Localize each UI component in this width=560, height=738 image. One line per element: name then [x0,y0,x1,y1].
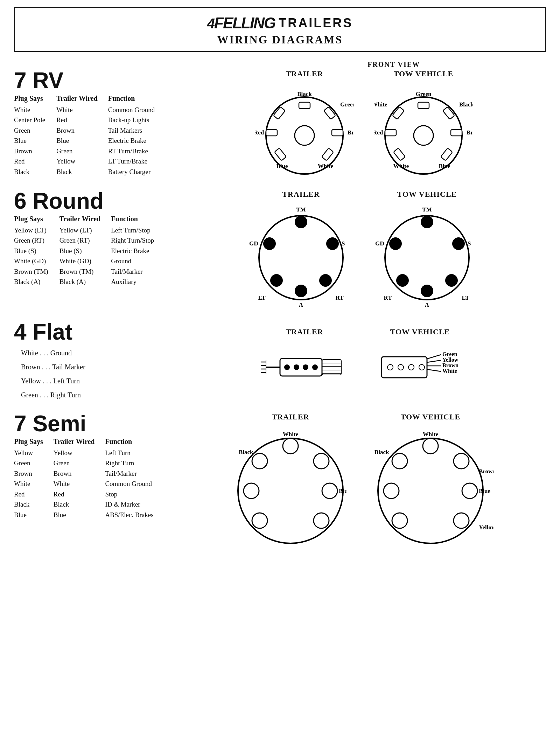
svg-point-1 [295,126,314,145]
rv7-table: Plug Says Trailer Wired Function WhiteWh… [14,93,166,177]
svg-text:Brown: Brown [479,468,493,475]
section-6round: 6 Round Plug Says Trailer Wired Function… [14,190,546,310]
rv7-tow-label: TOW VEHICLE [394,69,454,78]
rv7-col1-header: Plug Says [14,93,56,105]
table-row: BrownGreenRT Turn/Brake [14,146,166,156]
svg-point-106 [454,513,469,528]
rv7-trailer-svg: Black Green Brown White Blue Red [255,81,354,179]
svg-text:A: A [425,301,429,308]
round6-col1-header: Plug Says [14,214,59,225]
svg-rect-7 [266,130,277,136]
svg-point-91 [322,483,337,499]
svg-text:Brown: Brown [442,362,458,368]
svg-text:Blue: Blue [276,163,288,169]
felling-logo: 4FELLING [207,14,275,32]
table-row: BlueBlueElectric Brake [14,135,166,146]
svg-text:White: White [374,101,387,108]
flat4-left: 4 Flat White . . . Ground Brown . . . Ta… [14,321,182,402]
table-row: Yellow (LT)Yellow (LT)Left Turn/Stop [14,225,165,235]
svg-text:GD: GD [375,240,384,247]
svg-point-34 [326,237,339,250]
svg-text:Green: Green [442,351,457,357]
round6-trailer-svg: TM GD S LT RT A [248,202,354,310]
flat4-trailer-svg [259,339,350,395]
svg-point-37 [295,285,307,297]
svg-text:Red: Red [374,129,383,136]
semi7-trailer-svg: White Black Blue Black Yellow [234,424,346,557]
svg-text:Black: Black [374,449,389,455]
svg-text:Yellow: Yellow [479,524,493,531]
trailers-label: TRAILERS [279,16,353,30]
svg-point-74 [387,364,393,370]
table-row: RedRedStop [14,489,165,499]
flat4-item-yellow: Yellow . . . Left Turn [21,374,182,388]
svg-point-89 [314,453,329,469]
svg-text:TM: TM [296,206,306,213]
svg-rect-68 [322,360,341,375]
semi7-col3-header: Function [105,436,164,448]
svg-text:Blue: Blue [439,163,450,169]
table-row: Green (RT)Green (RT)Right Turn/Stop [14,235,165,245]
round6-left: 6 Round Plug Says Trailer Wired Function… [14,190,182,287]
semi7-title: 7 Semi [14,412,182,435]
round6-table: Plug Says Trailer Wired Function Yellow … [14,214,165,287]
svg-point-100 [423,438,438,454]
svg-text:Yellow: Yellow [442,357,458,363]
svg-point-105 [392,513,407,528]
table-row: YellowYellowLeft Turn [14,448,165,458]
svg-text:LT: LT [258,294,266,301]
svg-text:GD: GD [249,240,258,247]
round6-trailer-diagram: TRAILER TM GD S LT [248,190,354,310]
flat4-item-white: White . . . Ground [21,346,182,360]
svg-text:Black: Black [297,91,312,97]
section-7semi: 7 Semi Plug Says Trailer Wired Function … [14,412,546,557]
svg-point-92 [252,513,267,528]
table-row: BlackBlackID & Marker [14,499,165,509]
flat4-title: 4 Flat [14,321,182,343]
svg-rect-2 [299,102,310,109]
flat4-tow-svg: Green Yellow Brown White [371,339,469,395]
svg-point-32 [295,216,307,228]
svg-point-59 [294,364,299,370]
svg-text:Black: Black [459,101,472,108]
svg-point-16 [414,126,433,145]
semi7-tow-diagram: TOW VEHICLE White Black Green Blue Yello… [368,412,493,557]
table-row: BlackBlackBattery Charger [14,167,166,177]
round6-title: 6 Round [14,190,182,212]
svg-point-49 [445,274,458,287]
svg-line-79 [427,360,441,362]
svg-point-75 [398,364,404,370]
header: 4FELLING TRAILERS WIRING DIAGRAMS [14,7,546,52]
svg-text:Red: Red [255,129,264,136]
rv7-col3-header: Function [108,93,166,105]
svg-point-36 [319,274,332,287]
header-subtitle: WIRING DIAGRAMS [22,33,538,46]
round6-col2-header: Trailer Wired [59,214,111,225]
svg-text:LT: LT [462,294,469,301]
rv7-title: 7 RV [14,69,182,92]
round6-diagrams: TRAILER TM GD S LT [182,190,546,310]
svg-text:Blue: Blue [339,488,346,494]
semi7-tow-svg: White Black Green Blue Yellow Brown Blac… [368,424,493,557]
rv7-col2-header: Trailer Wired [56,93,108,105]
flat4-item-green: Green . . . Right Turn [21,388,182,402]
flat4-item-brown: Brown . . . Tail Marker [21,360,182,374]
svg-rect-22 [385,130,396,136]
rv7-tow-svg: Green Black Brown Blue White Red White [374,81,472,179]
svg-point-61 [312,364,318,370]
flat4-list: White . . . Ground Brown . . . Tail Mark… [21,346,182,402]
svg-point-47 [452,237,465,250]
section-4flat: 4 Flat White . . . Ground Brown . . . Ta… [14,321,546,402]
round6-tow-diagram: TOW VEHICLE TM GD S RT LT A [374,190,479,310]
table-row: GreenGreenRight Turn [14,458,165,468]
svg-point-35 [270,274,283,287]
svg-point-50 [421,285,433,297]
svg-text:S: S [468,240,471,247]
table-row: Blue (S)Blue (S)Electric Brake [14,246,165,256]
table-row: BlueBlueABS/Elec. Brakes [14,510,165,520]
svg-text:White: White [442,368,457,374]
flat4-trailer-wrapper: TRAILER [259,327,350,395]
semi7-trailer-diagram: TRAILER White [234,412,346,557]
svg-point-104 [462,483,477,499]
section-7rv: 7 RV Plug Says Trailer Wired Function Wh… [14,69,546,179]
